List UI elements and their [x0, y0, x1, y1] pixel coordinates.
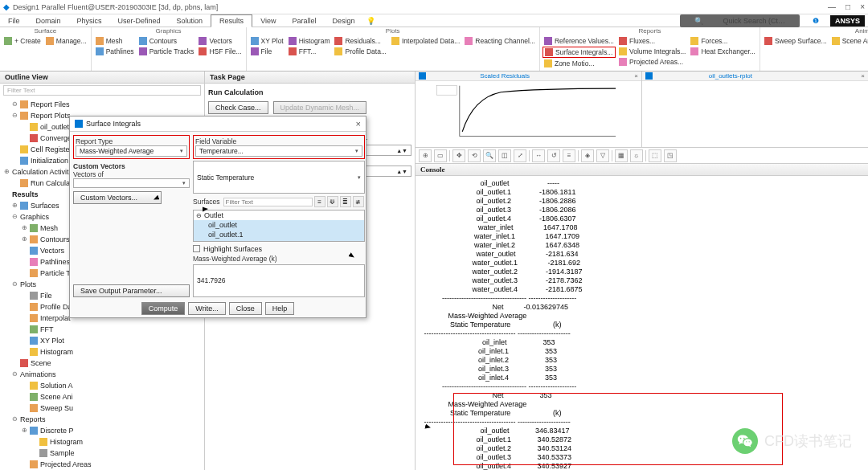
ribbon-mesh[interactable]: Mesh — [94, 36, 136, 46]
surface-oil-outlet[interactable]: oil_outlet — [194, 220, 364, 230]
save-output-parameter-button[interactable]: Save Output Parameter... — [73, 284, 190, 297]
window-close[interactable]: × — [860, 2, 865, 11]
tb-iso[interactable]: ⬚ — [649, 149, 661, 162]
surface-group-outlet[interactable]: ⊖Outlet — [194, 210, 364, 220]
tb-roll[interactable]: ↺ — [547, 149, 560, 162]
tb-persp[interactable]: ▽ — [596, 149, 609, 162]
menu-physics[interactable]: Physics — [69, 15, 110, 27]
dialog-close[interactable]: × — [356, 119, 361, 129]
ribbon-reference-values-[interactable]: Reference Values... — [542, 36, 616, 46]
ribbon-forces-[interactable]: Forces... — [689, 36, 757, 46]
outline-filter[interactable]: Filter Text — [3, 85, 201, 96]
tb-zoom-box[interactable]: ◫ — [498, 149, 511, 162]
ribbon-histogram[interactable]: Histogram — [287, 36, 332, 46]
ribbon-reacting-channel-[interactable]: Reacting Channel... — [463, 36, 537, 46]
menu-results[interactable]: Results — [211, 14, 252, 27]
lightbulb-icon[interactable]: 💡 — [363, 15, 379, 27]
window-minimize[interactable]: — — [828, 2, 836, 11]
console-output[interactable]: oil_outlet ----- oil_outlet.1 -1806.1811… — [416, 176, 868, 470]
ribbon-heat-exchanger-[interactable]: Heat Exchanger... — [689, 47, 757, 56]
tb-probe[interactable]: ⊕ — [419, 149, 432, 162]
menu-solution[interactable]: Solution — [169, 15, 211, 27]
ribbon-file[interactable]: File — [249, 47, 285, 56]
surface-oil-outlet-1[interactable]: oil_outlet.1 — [194, 230, 364, 239]
window-maximize[interactable]: □ — [845, 2, 850, 11]
ribbon-vectors[interactable]: Vectors — [197, 36, 243, 46]
menu-domain[interactable]: Domain — [28, 15, 69, 27]
tree-report-files[interactable]: ⊖Report Files — [3, 99, 201, 110]
tb-fit[interactable]: ⤢ — [514, 149, 526, 162]
write-button[interactable]: Write... — [188, 302, 225, 315]
tree-solution-a[interactable]: Solution A — [3, 380, 201, 391]
tb-measure[interactable]: ↔ — [532, 149, 545, 162]
tb-pan[interactable]: ✥ — [452, 149, 465, 162]
check-case-button[interactable]: Check Case... — [208, 101, 268, 114]
tree-animations[interactable]: ⊖Animations — [3, 369, 201, 380]
tree-histogram[interactable]: Histogram — [3, 346, 201, 358]
ribbon--create[interactable]: + Create — [2, 36, 43, 46]
menu-design[interactable]: Design — [325, 15, 363, 27]
ribbon-hsf-file-[interactable]: HSF File... — [197, 47, 243, 56]
ribbon-xy-plot[interactable]: XY Plot — [249, 36, 285, 46]
search-icon: 🔍 — [686, 15, 711, 27]
tb-iso2[interactable]: ◳ — [664, 149, 677, 162]
menu-view[interactable]: View — [252, 15, 284, 27]
tree-fft[interactable]: FFT — [3, 324, 201, 335]
surfaces-list[interactable]: ⊖Outletoil_outletoil_outlet.1oil_outlet.… — [193, 210, 365, 241]
close-button[interactable]: Close — [229, 302, 262, 315]
tb-select[interactable]: ▭ — [434, 149, 447, 162]
tree-histogram[interactable]: Histogram — [3, 436, 201, 448]
tree-icon — [20, 145, 28, 153]
surface-oil-outlet-2[interactable]: oil_outlet.2 — [194, 239, 364, 241]
ribbon-zone-motio-[interactable]: Zone Motio... — [542, 59, 616, 68]
tb-light[interactable]: ☼ — [630, 149, 643, 162]
menu-user-defined[interactable]: User-Defined — [110, 15, 169, 27]
ribbon-scene-animation-[interactable]: Scene Animation... — [830, 36, 868, 46]
tree-reports[interactable]: ⊖Reports — [3, 414, 201, 425]
report-type-select[interactable]: Mass-Weighted Average — [76, 145, 187, 157]
tb-rotate[interactable]: ⟲ — [468, 149, 481, 162]
tree-sample[interactable]: Sample — [3, 448, 201, 459]
field-subtype-select[interactable]: Static Temperature — [193, 161, 365, 194]
custom-vectors-button[interactable]: Custom Vectors... — [73, 191, 162, 204]
ribbon-profile-data-[interactable]: Profile Data... — [333, 47, 388, 56]
help-button[interactable]: Help — [265, 302, 295, 315]
tree-sweep-su[interactable]: Sweep Su — [3, 403, 201, 414]
rplot-close[interactable]: × — [861, 72, 865, 80]
filter-toggle[interactable]: ≡ — [314, 196, 326, 207]
vectors-of-select[interactable] — [73, 178, 190, 188]
ribbon-fft-[interactable]: FFT... — [287, 47, 332, 56]
field-variable-select[interactable]: Temperature... — [195, 145, 362, 157]
quick-search[interactable]: 🔍Quick Search (Ct… — [680, 14, 800, 27]
ribbon-residuals-[interactable]: Residuals... — [333, 36, 388, 46]
surfaces-filter[interactable] — [223, 198, 313, 206]
menu-parallel[interactable]: Parallel — [284, 15, 324, 27]
ribbon-manage-[interactable]: Manage... — [44, 36, 88, 46]
highlight-surfaces-checkbox[interactable] — [193, 245, 200, 252]
tb-axis[interactable]: ≡ — [563, 149, 575, 162]
help-icon[interactable]: ❶ — [805, 15, 827, 27]
ribbon-particle-tracks[interactable]: Particle Tracks — [137, 47, 196, 56]
filter-type[interactable]: ⟱ — [327, 196, 338, 207]
ribbon-surface-integrals-[interactable]: Surface Integrals... — [542, 47, 616, 58]
tb-ortho[interactable]: ◈ — [581, 149, 594, 162]
residuals-close[interactable]: × — [634, 72, 638, 80]
tree-scene-ani[interactable]: Scene Ani — [3, 391, 201, 403]
tree-discrete-p[interactable]: ⊕Discrete P — [3, 425, 201, 436]
select-all[interactable]: ≣ — [340, 196, 351, 207]
tb-zoom[interactable]: 🔍 — [483, 149, 496, 162]
ribbon-sweep-surface-[interactable]: Sweep Surface... — [763, 36, 829, 46]
ribbon-fluxes-[interactable]: Fluxes... — [617, 36, 687, 46]
tree-xy-plot[interactable]: XY Plot — [3, 335, 201, 346]
deselect-all[interactable]: ≢ — [353, 196, 364, 207]
tree-projected-areas[interactable]: Projected Areas — [3, 459, 201, 470]
ribbon-contours[interactable]: Contours — [137, 36, 196, 46]
tree-scene[interactable]: Scene — [3, 358, 201, 369]
compute-button[interactable]: Compute — [141, 302, 186, 315]
ribbon-pathlines[interactable]: Pathlines — [94, 47, 136, 56]
ribbon-interpolated-data-[interactable]: Interpolated Data... — [390, 36, 461, 46]
tb-render[interactable]: ▦ — [615, 149, 628, 162]
ribbon-volume-integrals-[interactable]: Volume Integrals... — [617, 47, 687, 56]
ribbon-projected-areas-[interactable]: Projected Areas... — [617, 57, 687, 67]
menu-file[interactable]: File — [0, 15, 28, 27]
